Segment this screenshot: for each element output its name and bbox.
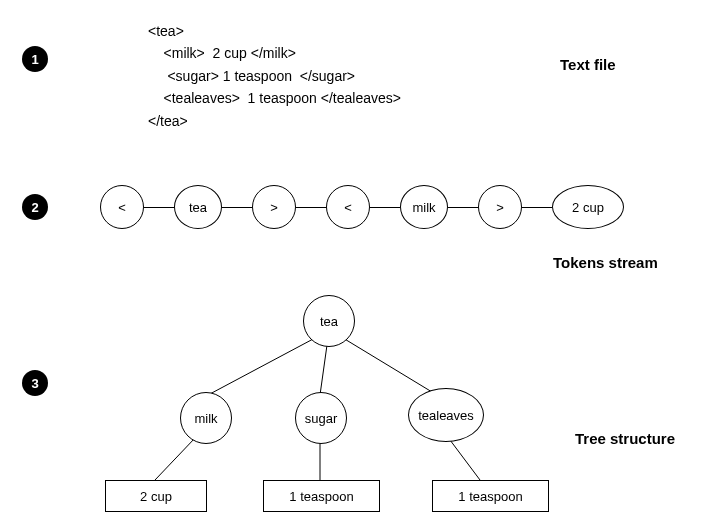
step-number: 3 (31, 376, 38, 391)
tree-node-root: tea (303, 295, 355, 347)
token-connector (222, 207, 252, 208)
token-2cup: 2 cup (552, 185, 624, 229)
token-tea: tea (174, 185, 222, 229)
tokens-stream-row: < tea > < milk > 2 cup (100, 185, 624, 229)
tree-leaf-2cup: 2 cup (105, 480, 207, 512)
tree-node-sugar: sugar (295, 392, 347, 444)
label-tokens-stream: Tokens stream (553, 254, 658, 271)
svg-line-1 (320, 345, 327, 395)
step-number: 1 (31, 52, 38, 67)
tree-node-label: tea (320, 314, 338, 329)
tree-leaf-label: 1 teaspoon (289, 489, 353, 504)
tree-node-label: tealeaves (418, 408, 474, 423)
token-text: > (496, 200, 504, 215)
label-text-file: Text file (560, 56, 616, 73)
token-text: 2 cup (572, 200, 604, 215)
tree-leaf-1tsp-tea: 1 teaspoon (432, 480, 549, 512)
token-gt-icon: > (478, 185, 522, 229)
token-connector (522, 207, 552, 208)
token-text: tea (189, 200, 207, 215)
token-lt-icon: < (326, 185, 370, 229)
step-number: 2 (31, 200, 38, 215)
svg-line-2 (343, 338, 432, 392)
tree-leaf-1tsp-sugar: 1 teaspoon (263, 480, 380, 512)
xml-code-block: <tea> <milk> 2 cup </milk> <sugar> 1 tea… (148, 20, 401, 132)
tree-node-label: sugar (305, 411, 338, 426)
token-connector (448, 207, 478, 208)
step-badge-2: 2 (22, 194, 48, 220)
tree-leaf-label: 1 teaspoon (458, 489, 522, 504)
tree-node-milk: milk (180, 392, 232, 444)
token-connector (144, 207, 174, 208)
token-connector (296, 207, 326, 208)
token-text: milk (412, 200, 435, 215)
token-connector (370, 207, 400, 208)
step-badge-1: 1 (22, 46, 48, 72)
tree-node-label: milk (194, 411, 217, 426)
token-text: < (344, 200, 352, 215)
token-text: > (270, 200, 278, 215)
token-text: < (118, 200, 126, 215)
svg-line-3 (155, 438, 195, 480)
svg-line-5 (450, 440, 480, 480)
svg-line-0 (208, 338, 315, 395)
token-milk: milk (400, 185, 448, 229)
token-lt-icon: < (100, 185, 144, 229)
token-gt-icon: > (252, 185, 296, 229)
step-badge-3: 3 (22, 370, 48, 396)
label-tree-structure: Tree structure (575, 430, 675, 447)
tree-leaf-label: 2 cup (140, 489, 172, 504)
tree-node-tealeaves: tealeaves (408, 388, 484, 442)
